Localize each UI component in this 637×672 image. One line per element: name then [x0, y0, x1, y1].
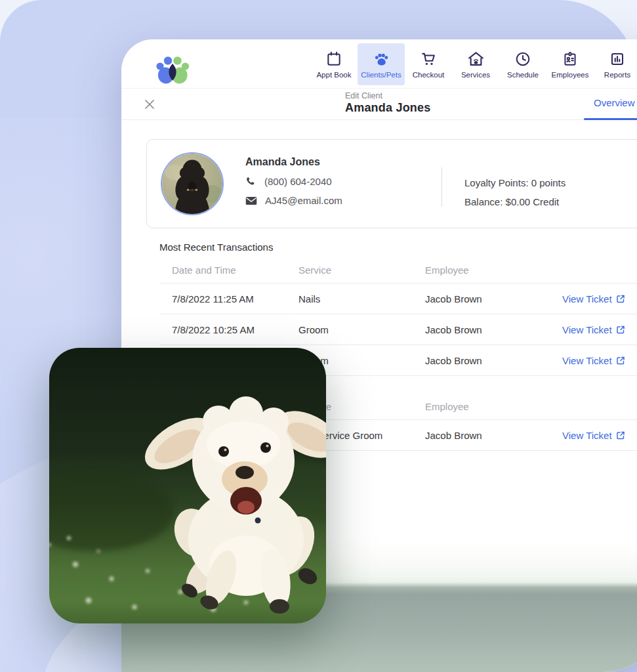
view-ticket-label: View Ticket [562, 355, 612, 366]
tab-overview[interactable]: Overview [594, 97, 635, 108]
nav-item-clients-pets[interactable]: Clients/Pets [358, 43, 405, 85]
view-ticket-label: View Ticket [562, 430, 612, 441]
client-name: Amanda Jones [245, 156, 320, 168]
paw-logo-icon [153, 55, 192, 85]
page-title: Amanda Jones [345, 101, 430, 115]
view-ticket-link[interactable]: View Ticket [562, 324, 625, 335]
cell-date: 7/8/2022 11:25 AM [172, 293, 254, 304]
running-dog-photo [49, 348, 326, 623]
view-ticket-link[interactable]: View Ticket [562, 355, 625, 366]
profile-divider [442, 167, 442, 207]
client-profile-card: Amanda Jones (800) 604-2040 AJ45@email.c… [146, 139, 637, 228]
balance: Balance: $0.00 Credit [464, 196, 559, 207]
clock-icon [514, 49, 531, 69]
tab-overview-underline [584, 118, 637, 121]
bar-chart-icon [609, 49, 626, 69]
column-header-service: Service [298, 264, 331, 275]
client-email: AJ45@email.com [265, 195, 342, 206]
cell-date: 7/8/2022 10:25 AM [172, 324, 255, 335]
cell-employee: Jacob Brown [425, 293, 482, 304]
page-subtitle: Edit Client [345, 91, 430, 100]
column-header-employee: Employee [425, 264, 469, 275]
nav-item-label: Employees [552, 71, 589, 79]
external-link-icon [616, 430, 625, 440]
nav-item-checkout[interactable]: Checkout [405, 43, 452, 85]
view-ticket-link[interactable]: View Ticket [562, 430, 625, 441]
marketing-composition: Appt Book Clients/Pets [0, 0, 637, 672]
nav-items: Appt Book Clients/Pets [310, 43, 637, 85]
nav-item-label: Checkout [413, 71, 445, 79]
table-row: 7/8/2022 10:25 AM Groom Jacob Brown View… [159, 314, 637, 345]
nav-item-label: Clients/Pets [361, 71, 401, 79]
view-ticket-label: View Ticket [562, 324, 612, 335]
edit-client-header: Edit Client Amanda Jones Overview [121, 89, 637, 120]
cell-employee: Jacob Brown [425, 324, 482, 335]
cell-service: Nails [298, 293, 320, 304]
paw-icon [373, 49, 390, 69]
nav-item-schedule[interactable]: Schedule [499, 43, 546, 85]
client-phone-row: (800) 604-2040 [245, 176, 332, 187]
table-header-row: Date and Time Service Employee [159, 256, 637, 284]
nav-item-label: Reports [604, 71, 630, 79]
page-title-block: Edit Client Amanda Jones [345, 91, 430, 115]
nav-item-employees[interactable]: Employees [546, 43, 594, 85]
phone-icon [245, 176, 257, 187]
nav-item-label: Schedule [507, 71, 539, 79]
column-header-employee: Employee [425, 400, 469, 411]
table-row: 7/8/2022 11:25 AM Nails Jacob Brown View… [159, 284, 637, 314]
envelope-icon [245, 196, 257, 205]
external-link-icon [616, 356, 625, 365]
top-navbar: Appt Book Clients/Pets [121, 39, 637, 89]
client-phone: (800) 604-2040 [264, 176, 332, 187]
calendar-icon [325, 49, 342, 69]
house-paw-icon [467, 49, 485, 69]
column-header-date: Date and Time [172, 264, 236, 275]
cell-employee: Jacob Brown [425, 430, 482, 441]
nav-item-services[interactable]: Services [452, 43, 499, 85]
id-badge-icon [562, 49, 579, 69]
nav-item-reports[interactable]: Reports [594, 43, 637, 85]
client-avatar [161, 152, 224, 215]
close-icon[interactable] [142, 97, 157, 112]
transactions-title: Most Recent Transactions [159, 242, 273, 253]
nav-item-appt-book[interactable]: Appt Book [310, 43, 358, 85]
cell-employee: Jacob Brown [425, 355, 482, 366]
loyalty-points: Loyalty Points: 0 points [464, 177, 565, 188]
client-email-row: AJ45@email.com [245, 195, 342, 206]
nav-item-label: Services [461, 71, 490, 79]
nav-item-label: Appt Book [316, 71, 351, 79]
external-link-icon [616, 325, 625, 334]
cart-icon [420, 49, 437, 69]
view-ticket-link[interactable]: View Ticket [562, 293, 625, 304]
cell-service: Groom [298, 324, 329, 335]
external-link-icon [616, 294, 625, 303]
view-ticket-label: View Ticket [562, 293, 612, 304]
